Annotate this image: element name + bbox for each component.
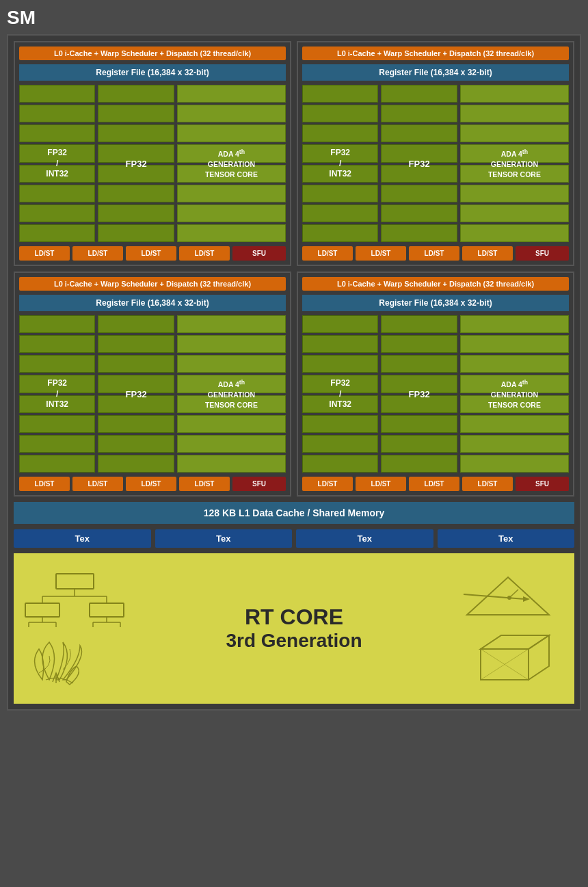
- green-cell: [19, 224, 95, 242]
- green-cell: [381, 415, 457, 433]
- rt-core-section: RT CORE 3rd Generation: [14, 553, 574, 704]
- svg-line-25: [529, 635, 549, 649]
- green-cell: [98, 395, 174, 413]
- green-cell: [19, 355, 95, 373]
- bvh-tree-icon: [22, 570, 128, 628]
- green-cell: [460, 455, 569, 473]
- sfu-1: SFU: [232, 246, 286, 261]
- green-cell: [19, 415, 95, 433]
- green-cell: [302, 435, 378, 453]
- green-cell: [381, 204, 457, 222]
- green-cell: [302, 165, 378, 183]
- green-cell: [302, 395, 378, 413]
- green-cell: [460, 85, 569, 103]
- green-cell: [302, 415, 378, 433]
- green-cell: [19, 124, 95, 142]
- green-cell: [177, 395, 286, 413]
- ldst-sfu-row-3: LD/ST LD/ST LD/ST LD/ST SFU: [19, 477, 286, 491]
- green-cell: [177, 165, 286, 183]
- green-cell: [177, 224, 286, 242]
- green-cell: [460, 144, 569, 162]
- green-cell: [302, 335, 378, 353]
- green-cell: [381, 315, 457, 333]
- green-cell: [381, 375, 457, 393]
- green-cell: [19, 105, 95, 122]
- rt-core-title: RT CORE: [177, 605, 410, 629]
- green-cell: [98, 415, 174, 433]
- svg-rect-5: [25, 603, 59, 617]
- green-cell: [19, 455, 95, 473]
- ldst-16: LD/ST: [462, 477, 513, 491]
- ldst-11: LD/ST: [126, 477, 176, 491]
- green-cell: [460, 395, 569, 413]
- sub-partition-4: L0 i-Cache + Warp Scheduler + Dispatch (…: [297, 272, 574, 497]
- green-cell: [98, 204, 174, 222]
- sm-container: L0 i-Cache + Warp Scheduler + Dispatch (…: [7, 34, 581, 711]
- green-cell: [177, 415, 286, 433]
- ldst-7: LD/ST: [409, 246, 459, 261]
- green-cell: [302, 124, 378, 142]
- green-cell: [460, 204, 569, 222]
- ldst-15: LD/ST: [409, 477, 459, 491]
- green-cell: [98, 375, 174, 393]
- green-cell: [19, 144, 95, 162]
- ldst-8: LD/ST: [462, 246, 513, 261]
- rt-core-right-diagrams: [411, 570, 566, 687]
- green-cell: [98, 315, 174, 333]
- green-cell: [177, 144, 286, 162]
- ldst-9: LD/ST: [19, 477, 70, 491]
- ldst-12: LD/ST: [179, 477, 230, 491]
- green-cell: [381, 144, 457, 162]
- green-cell: [381, 455, 457, 473]
- sfu-3: SFU: [232, 477, 286, 491]
- green-cell: [177, 315, 286, 333]
- green-cell: [19, 204, 95, 222]
- tex-unit-2: Tex: [155, 529, 293, 548]
- tex-unit-1: Tex: [14, 529, 151, 548]
- ldst-sfu-row-4: LD/ST LD/ST LD/ST LD/ST SFU: [302, 477, 569, 491]
- svg-line-26: [529, 666, 549, 680]
- green-cell: [98, 105, 174, 122]
- partitions-grid: L0 i-Cache + Warp Scheduler + Dispatch (…: [14, 41, 574, 497]
- ldst-14: LD/ST: [356, 477, 406, 491]
- green-cell: [381, 85, 457, 103]
- sfu-2: SFU: [516, 246, 569, 261]
- green-cell: [302, 105, 378, 122]
- green-cell: [460, 355, 569, 373]
- green-cell: [98, 224, 174, 242]
- green-cell: [302, 375, 378, 393]
- sub-partition-1: L0 i-Cache + Warp Scheduler + Dispatch (…: [14, 41, 291, 266]
- green-cell: [177, 335, 286, 353]
- green-cell: [19, 315, 95, 333]
- svg-rect-6: [90, 603, 124, 617]
- green-cell: [98, 455, 174, 473]
- green-cell: [460, 435, 569, 453]
- tex-unit-4: Tex: [438, 529, 575, 548]
- register-file-bar-3: Register File (16,384 x 32-bit): [19, 295, 286, 311]
- green-cell: [302, 85, 378, 103]
- green-cell: [460, 224, 569, 242]
- green-cell: [177, 124, 286, 142]
- register-file-bar-2: Register File (16,384 x 32-bit): [302, 64, 569, 81]
- rt-core-subtitle: 3rd Generation: [177, 630, 410, 652]
- svg-line-20: [509, 590, 518, 598]
- green-cell: [381, 105, 457, 122]
- green-cell: [98, 165, 174, 183]
- ldst-1: LD/ST: [19, 246, 70, 261]
- svg-line-17: [464, 594, 525, 599]
- ldst-10: LD/ST: [72, 477, 123, 491]
- ldst-13: LD/ST: [302, 477, 353, 491]
- green-cell: [302, 144, 378, 162]
- green-cell: [460, 185, 569, 202]
- green-cell: [302, 224, 378, 242]
- ldst-sfu-row-1: LD/ST LD/ST LD/ST LD/ST SFU: [19, 246, 286, 261]
- green-cell: [460, 415, 569, 433]
- green-cell: [98, 435, 174, 453]
- green-cell: [460, 124, 569, 142]
- ldst-6: LD/ST: [356, 246, 406, 261]
- ldst-3: LD/ST: [126, 246, 176, 261]
- wireframe-box-icon: [460, 632, 566, 687]
- svg-line-24: [481, 635, 501, 649]
- register-file-bar-4: Register File (16,384 x 32-bit): [302, 295, 569, 311]
- l0-cache-bar-3: L0 i-Cache + Warp Scheduler + Dispatch (…: [19, 277, 286, 291]
